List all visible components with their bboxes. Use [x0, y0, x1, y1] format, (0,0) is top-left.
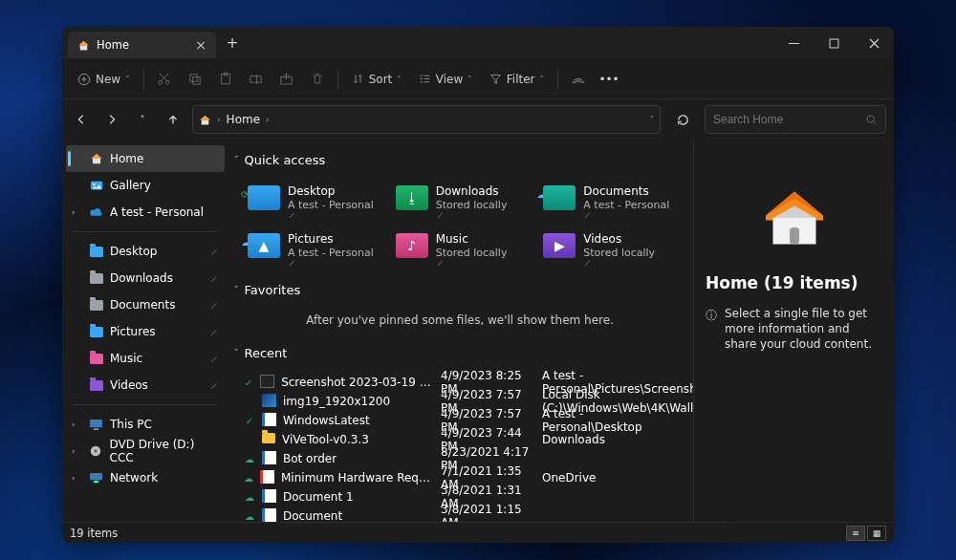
folder-icon: ♪	[396, 233, 428, 258]
rename-button[interactable]	[242, 65, 271, 94]
breadcrumb[interactable]: Home	[227, 113, 260, 126]
recent-item[interactable]: ☁Bot order8/23/2021 4:17 PM	[234, 445, 685, 464]
recent-item[interactable]: ☁Document3/8/2021 1:15 AM	[234, 503, 685, 522]
tab-close-icon[interactable]: ×	[195, 37, 206, 53]
cut-button[interactable]	[150, 65, 179, 94]
recent-item[interactable]: ✓WindowsLatest4/9/2023 7:57 PMA test - P…	[234, 407, 685, 426]
history-dropdown-icon[interactable]: ˅	[650, 115, 655, 124]
sidebar-item-pictures[interactable]: Pictures⟋	[66, 318, 225, 345]
pin-icon: ⟋	[288, 210, 296, 220]
file-name: WindowsLatest	[283, 414, 370, 427]
quick-access-pictures[interactable]: ☁▲PicturesA test - Personal⟋	[244, 224, 390, 268]
quick-access-videos[interactable]: ▶VideosStored locally⟋	[539, 224, 685, 268]
breadcrumb-chevron-icon[interactable]: ›	[217, 115, 221, 124]
home-icon	[77, 39, 90, 52]
sidebar-item-this-pc[interactable]: ›This PC	[66, 411, 225, 438]
pin-icon: ⟋	[288, 258, 296, 268]
details-pane: Home (19 items) ⓘ Select a single file t…	[693, 140, 894, 522]
sidebar-item-a-test-personal[interactable]: ›A test - Personal	[66, 199, 225, 226]
filter-button[interactable]: Filter˅	[482, 65, 552, 94]
plus-circle-icon	[77, 73, 91, 86]
item-count: 19 items	[70, 527, 118, 540]
delete-button[interactable]	[303, 65, 332, 94]
file-icon	[262, 489, 276, 506]
copy-button[interactable]	[181, 65, 209, 94]
status-bar: 19 items ≡ ▦	[62, 522, 894, 543]
status-icon: ☁	[244, 473, 253, 484]
view-button[interactable]: View˅	[411, 65, 480, 94]
sidebar-item-label: Videos	[110, 378, 148, 392]
svg-rect-20	[790, 227, 799, 245]
recent-item[interactable]: ✓Screenshot 2023-03-19 2200054/9/2023 8:…	[234, 369, 685, 388]
new-button[interactable]: New˅	[70, 65, 138, 94]
item-location: A test - Personal	[288, 199, 374, 211]
section-favorites[interactable]: ˅ Favorites	[234, 277, 685, 302]
sidebar-item-label: This PC	[110, 418, 152, 431]
refresh-button[interactable]	[668, 105, 697, 134]
section-recent[interactable]: ˅ Recent	[234, 340, 685, 365]
sidebar-item-downloads[interactable]: Downloads⟋	[66, 265, 225, 291]
chevron-right-icon[interactable]: ›	[72, 420, 76, 429]
sidebar-item-videos[interactable]: Videos⟋	[66, 372, 225, 398]
search-box[interactable]	[705, 105, 886, 134]
folder-icon	[89, 325, 103, 339]
folder-icon: ▶	[543, 233, 576, 258]
sidebar-item-documents[interactable]: Documents⟋	[66, 291, 225, 318]
svg-rect-9	[250, 76, 261, 83]
background-button[interactable]	[564, 65, 593, 94]
quick-access-downloads[interactable]: ⭳DownloadsStored locally⟋	[392, 176, 538, 220]
onedrive-icon	[89, 205, 103, 220]
tab-home[interactable]: Home ×	[68, 32, 216, 58]
folder-icon	[248, 185, 280, 210]
recent-item[interactable]: ☁Minimum Hardware Requirements fo...7/1/…	[234, 464, 685, 484]
quick-access-desktop[interactable]: ⟳DesktopA test - Personal⟋	[244, 176, 390, 220]
search-input[interactable]	[713, 113, 865, 126]
sidebar-item-home[interactable]: Home	[66, 145, 225, 172]
up-button[interactable]	[162, 108, 185, 131]
sort-icon	[352, 73, 364, 85]
chevron-right-icon[interactable]: ›	[72, 473, 76, 483]
paste-button[interactable]	[211, 65, 240, 94]
recent-item[interactable]: ☁Document 13/8/2021 1:31 AM	[234, 484, 685, 503]
sidebar-item-gallery[interactable]: Gallery	[66, 172, 225, 199]
maximize-button[interactable]	[814, 27, 854, 59]
sidebar-item-music[interactable]: Music⟋	[66, 345, 225, 372]
folder-icon	[89, 352, 103, 366]
thumbnails-view-button[interactable]: ▦	[867, 526, 886, 541]
address-bar[interactable]: › Home › ˅	[192, 105, 661, 134]
file-icon	[262, 508, 276, 523]
file-icon	[262, 451, 276, 467]
breadcrumb-chevron-icon[interactable]: ›	[266, 115, 270, 124]
chevron-right-icon[interactable]: ›	[72, 446, 76, 456]
new-tab-button[interactable]: +	[220, 31, 245, 55]
recent-locations-button[interactable]: ˅	[131, 108, 154, 131]
details-view-button[interactable]: ≡	[846, 526, 865, 541]
minimize-button[interactable]	[773, 27, 814, 59]
chevron-down-icon: ˅	[234, 348, 239, 357]
forward-button[interactable]	[100, 108, 123, 131]
svg-point-3	[159, 80, 163, 84]
favorites-empty-text: After you've pinned some files, we'll sh…	[234, 302, 685, 340]
quick-access-music[interactable]: ♪MusicStored locally⟋	[392, 224, 538, 268]
file-name: Document 1	[283, 490, 354, 504]
sidebar-item-label: DVD Drive (D:) CCC	[110, 438, 219, 464]
sidebar-item-dvd-drive-d-ccc[interactable]: ›DVD Drive (D:) CCC	[66, 438, 225, 464]
section-quick-access[interactable]: ˅ Quick access	[234, 147, 685, 172]
sidebar-item-label: Home	[110, 152, 143, 165]
file-date: 3/8/2021 1:15 AM	[441, 503, 536, 522]
quick-access-documents[interactable]: ☁DocumentsA test - Personal⟋	[539, 176, 685, 220]
folder-icon	[543, 185, 576, 210]
sidebar-item-network[interactable]: ›Network	[66, 464, 225, 491]
info-icon: ⓘ	[706, 308, 717, 353]
window-controls	[773, 27, 894, 59]
more-button[interactable]: •••	[595, 65, 623, 94]
close-button[interactable]	[854, 27, 894, 59]
sidebar-item-desktop[interactable]: Desktop⟋	[66, 238, 225, 265]
chevron-right-icon[interactable]: ›	[72, 207, 76, 217]
recent-item[interactable]: img19_1920x12004/9/2023 7:57 PMLocal Dis…	[234, 388, 685, 407]
back-button[interactable]	[70, 108, 93, 131]
share-button[interactable]	[272, 65, 301, 94]
item-location: Stored locally	[436, 247, 508, 259]
navigation-pane: HomeGallery›A test - Personal Desktop⟋Do…	[62, 140, 228, 522]
sort-button[interactable]: Sort˅	[344, 65, 409, 94]
